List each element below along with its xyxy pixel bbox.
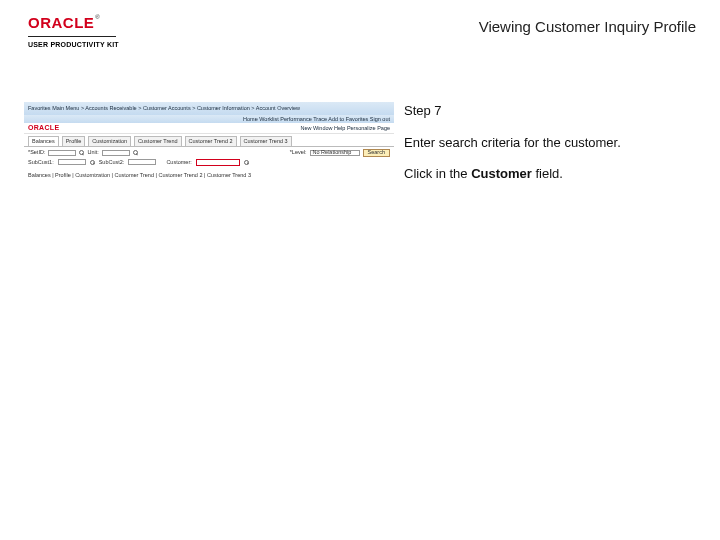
brand-block: ORACLE® USER PRODUCTIVITY KIT — [28, 14, 119, 48]
subcust1-input[interactable] — [58, 159, 86, 165]
step-label: Step 7 — [404, 102, 674, 120]
mini-brandbar: ORACLE New Window Help Personalize Page — [24, 123, 394, 134]
embedded-screenshot: Favorites Main Menu > Accounts Receivabl… — [24, 102, 394, 178]
global-links: Home Worklist Performance Trace Add to F… — [243, 116, 390, 123]
mini-tabbar: Balances Profile Customization Customer … — [24, 134, 394, 146]
form-row-1: *SetID: Unit: *Level: No Relationship Se… — [28, 149, 390, 157]
level-select[interactable]: No Relationship — [310, 150, 360, 156]
customer-label: Customer: — [166, 159, 191, 166]
instruction-line-2: Click in the Customer field. — [404, 165, 674, 183]
instruction-column: Step 7 Enter search criteria for the cus… — [394, 102, 674, 197]
oracle-logo: ORACLE® — [28, 14, 119, 32]
search-icon[interactable] — [79, 150, 84, 155]
subcust2-input[interactable] — [128, 159, 156, 165]
search-button[interactable]: Search — [363, 149, 390, 157]
tab-customer-trend-2[interactable]: Customer Trend 2 — [185, 136, 237, 146]
setid-label: *SetID: — [28, 149, 45, 156]
tab-customer-trend[interactable]: Customer Trend — [134, 136, 181, 146]
page-header: ORACLE® USER PRODUCTIVITY KIT Viewing Cu… — [0, 0, 720, 56]
search-icon[interactable] — [90, 160, 95, 165]
subbrand-label: USER PRODUCTIVITY KIT — [28, 41, 119, 48]
unit-input[interactable] — [102, 150, 130, 156]
mini-oracle-logo: ORACLE — [28, 124, 59, 132]
subcust2-label: SubCust2: — [99, 159, 125, 166]
mini-form: *SetID: Unit: *Level: No Relationship Se… — [24, 146, 394, 170]
mini-bottom-links: Balances | Profile | Customization | Cus… — [24, 170, 394, 179]
logo-divider — [28, 36, 116, 37]
tab-customization[interactable]: Customization — [88, 136, 131, 146]
content-row: Favorites Main Menu > Accounts Receivabl… — [0, 102, 720, 197]
tab-customer-trend-3[interactable]: Customer Trend 3 — [240, 136, 292, 146]
tab-profile[interactable]: Profile — [62, 136, 86, 146]
screenshot-column: Favorites Main Menu > Accounts Receivabl… — [24, 102, 394, 197]
customer-input[interactable] — [196, 159, 240, 166]
level-label: *Level: — [290, 149, 307, 156]
trademark-symbol: ® — [95, 14, 99, 20]
search-icon[interactable] — [133, 150, 138, 155]
subcust1-label: SubCust1: — [28, 159, 54, 166]
breadcrumb: Favorites Main Menu > Accounts Receivabl… — [28, 105, 300, 112]
page-title: Viewing Customer Inquiry Profile — [479, 18, 696, 35]
mini-right-links: New Window Help Personalize Page — [300, 125, 390, 132]
mini-toplinks: Home Worklist Performance Trace Add to F… — [24, 115, 394, 123]
mini-navbar: Favorites Main Menu > Accounts Receivabl… — [24, 102, 394, 115]
setid-input[interactable] — [48, 150, 76, 156]
form-row-2: SubCust1: SubCust2: Customer: — [28, 159, 390, 166]
search-icon[interactable] — [244, 160, 249, 165]
tab-balances[interactable]: Balances — [28, 136, 59, 146]
unit-label: Unit: — [87, 149, 98, 156]
instruction-line-1: Enter search criteria for the customer. — [404, 134, 674, 152]
